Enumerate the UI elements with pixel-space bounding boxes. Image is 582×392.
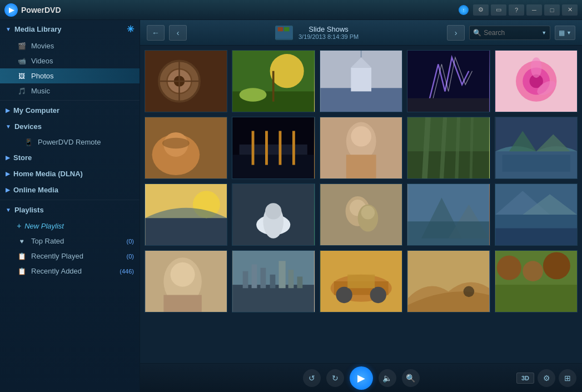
prev-button[interactable]: ‹ bbox=[169, 25, 187, 41]
photo-cell[interactable] bbox=[232, 50, 315, 112]
bottom-settings-button[interactable]: ⚙ bbox=[538, 369, 555, 387]
sidebar-item-music[interactable]: 🎵 Music bbox=[0, 83, 140, 98]
search-dropdown-icon[interactable]: ▼ bbox=[541, 30, 546, 36]
top-rated-count: (0) bbox=[127, 238, 134, 245]
sidebar-item-label-movies: Movies bbox=[31, 42, 54, 50]
volume-button[interactable]: 🔈 bbox=[379, 369, 396, 387]
photo-cell[interactable] bbox=[145, 250, 227, 312]
photo-grid bbox=[140, 46, 582, 363]
sidebar-item-label-powerdvd-remote: PowerDVD Remote bbox=[38, 138, 101, 146]
fast-forward-button[interactable]: ↻ bbox=[326, 369, 344, 387]
sidebar-section-playlists[interactable]: ▼ Playlists bbox=[0, 202, 140, 218]
search-icon: 🔍 bbox=[473, 29, 481, 37]
sidebar-item-videos[interactable]: 📹 Videos bbox=[0, 53, 140, 68]
sidebar-section-label-online-media: Online Media bbox=[13, 186, 58, 194]
svg-rect-73 bbox=[495, 229, 577, 246]
expand-arrow-playlists: ▼ bbox=[6, 207, 11, 213]
recently-added-count: (446) bbox=[120, 268, 134, 275]
view-toggle-button[interactable]: ▦ ▼ bbox=[555, 26, 575, 40]
svg-rect-68 bbox=[408, 221, 490, 245]
sidebar-item-powerdvd-remote[interactable]: 📱 PowerDVD Remote bbox=[0, 135, 140, 150]
svg-point-90 bbox=[336, 287, 352, 303]
photo-cell[interactable] bbox=[495, 250, 578, 312]
svg-rect-54 bbox=[145, 218, 227, 245]
sidebar-section-media-library[interactable]: ▼ Media Library ✳ bbox=[0, 20, 140, 38]
maximize-button[interactable]: □ bbox=[544, 4, 560, 16]
sidebar-item-recently-added[interactable]: 📋 Recently Added (446) bbox=[0, 264, 140, 279]
photo-cell[interactable] bbox=[145, 50, 227, 112]
rewind-button[interactable]: ↺ bbox=[303, 369, 321, 387]
photo-cell[interactable] bbox=[407, 50, 490, 112]
photo-cell[interactable] bbox=[232, 117, 315, 179]
sidebar-section-online-media[interactable]: ▶ Online Media bbox=[0, 182, 140, 198]
aspect-ratio-button[interactable]: ⊞ bbox=[559, 369, 576, 387]
svg-point-76 bbox=[171, 262, 195, 287]
settings-button[interactable]: ⚙ bbox=[473, 4, 489, 16]
svg-rect-33 bbox=[240, 145, 307, 155]
svg-rect-16 bbox=[351, 68, 371, 92]
photo-cell[interactable] bbox=[495, 183, 578, 246]
photo-cell[interactable] bbox=[232, 183, 315, 246]
search-input[interactable] bbox=[484, 29, 539, 37]
photo-cell[interactable] bbox=[320, 250, 402, 312]
photo-cell[interactable] bbox=[320, 183, 402, 246]
photo-cell[interactable] bbox=[320, 117, 402, 179]
svg-line-47 bbox=[471, 117, 472, 178]
content-toolbar: ← ‹ Slide Shows 3/19/2013 8:14:39 PM › 🔍… bbox=[140, 20, 582, 46]
photo-cell[interactable] bbox=[407, 117, 490, 179]
sidebar-section-label-home-media: Home Media (DLNA) bbox=[13, 170, 83, 178]
sidebar-section-devices[interactable]: ▼ Devices bbox=[0, 118, 140, 135]
sidebar-item-top-rated[interactable]: ♥ Top Rated (0) bbox=[0, 234, 140, 249]
photo-cell[interactable] bbox=[407, 250, 490, 312]
sidebar-section-label-playlists: Playlists bbox=[14, 206, 44, 214]
photo-cell[interactable] bbox=[320, 50, 402, 112]
svg-point-30 bbox=[162, 138, 190, 149]
svg-point-97 bbox=[496, 256, 521, 280]
expand-arrow-my-computer: ▶ bbox=[6, 107, 10, 113]
sidebar-section-label-store: Store bbox=[13, 153, 32, 162]
svg-rect-96 bbox=[495, 285, 577, 312]
sidebar-section-my-computer[interactable]: ▶ My Computer bbox=[0, 102, 140, 118]
3d-mode-button[interactable]: 3D bbox=[516, 373, 534, 384]
svg-rect-86 bbox=[297, 277, 303, 289]
photo-cell[interactable] bbox=[495, 117, 578, 179]
bottom-bar: ↺ ↻ ▶ 🔈 🔍 3D ⚙ ⊞ bbox=[140, 363, 582, 392]
next-button[interactable]: › bbox=[447, 25, 465, 41]
search-box[interactable]: 🔍 ▼ bbox=[469, 26, 550, 40]
app-title: PowerDVD bbox=[21, 6, 459, 14]
sidebar-item-new-playlist[interactable]: + New Playlist bbox=[0, 218, 140, 234]
sidebar-item-movies[interactable]: 🎬 Movies bbox=[0, 38, 140, 53]
music-icon: 🎵 bbox=[17, 87, 27, 95]
svg-rect-50 bbox=[502, 155, 570, 172]
divider-1 bbox=[0, 100, 140, 101]
sidebar-section-store[interactable]: ▶ Store bbox=[0, 150, 140, 166]
movies-icon: 🎬 bbox=[17, 42, 27, 50]
sidebar-section-home-media[interactable]: ▶ Home Media (DLNA) bbox=[0, 166, 140, 182]
photo-cell[interactable] bbox=[407, 183, 490, 246]
sidebar-item-recently-played[interactable]: 📋 Recently Played (0) bbox=[0, 249, 140, 264]
update-badge[interactable]: ↑ bbox=[459, 5, 469, 15]
minimize-button[interactable]: ─ bbox=[526, 4, 542, 16]
svg-point-98 bbox=[523, 261, 543, 281]
slideshow-text-block: Slide Shows 3/19/2013 8:14:39 PM bbox=[299, 25, 359, 40]
sidebar-item-photos[interactable]: 🖼 Photos bbox=[0, 68, 140, 83]
zoom-button[interactable]: 🔍 bbox=[402, 369, 420, 387]
display-button[interactable]: ▭ bbox=[491, 4, 506, 16]
back-button[interactable]: ← bbox=[147, 25, 165, 41]
play-button[interactable]: ▶ bbox=[350, 366, 373, 390]
sidebar-item-label-new-playlist: New Playlist bbox=[24, 222, 64, 230]
photo-cell[interactable] bbox=[145, 183, 227, 246]
photo-cell[interactable] bbox=[495, 50, 578, 112]
view-dropdown-icon[interactable]: ▼ bbox=[566, 30, 571, 36]
close-button[interactable]: ✕ bbox=[562, 4, 578, 16]
help-button[interactable]: ? bbox=[509, 4, 524, 16]
photo-cell[interactable] bbox=[232, 250, 315, 312]
photo-cell[interactable] bbox=[145, 117, 227, 179]
svg-point-59 bbox=[265, 203, 281, 219]
recently-played-count: (0) bbox=[127, 253, 134, 260]
loading-spinner: ✳ bbox=[127, 24, 134, 34]
expand-arrow-devices: ▼ bbox=[6, 123, 11, 130]
sidebar-item-label-top-rated: Top Rated bbox=[31, 237, 64, 245]
divider-2 bbox=[0, 200, 140, 200]
sidebar-item-label-recently-added: Recently Added bbox=[31, 267, 82, 275]
